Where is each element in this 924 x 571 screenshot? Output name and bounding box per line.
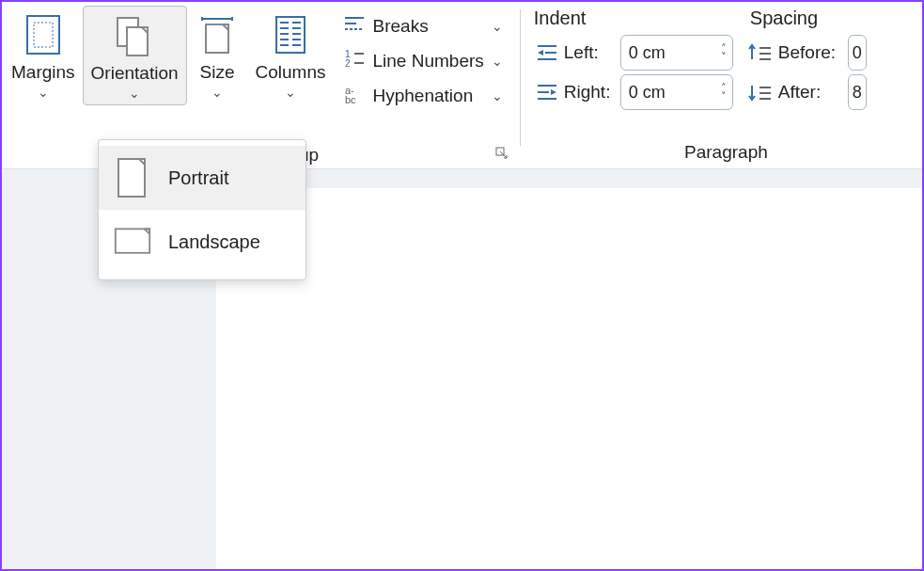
columns-label: Columns [256, 62, 326, 83]
columns-icon [273, 11, 308, 58]
orientation-icon [112, 12, 157, 59]
paragraph-group-label: Paragraph [534, 140, 918, 168]
breaks-button[interactable]: Breaks ⌄ [337, 9, 509, 42]
indent-left-icon [534, 42, 560, 63]
chevron-down-icon: ⌄ [492, 19, 503, 34]
line-numbers-label: Line Numbers [373, 51, 484, 71]
orientation-portrait-item[interactable]: Portrait [99, 146, 305, 210]
spacing-before-input[interactable] [849, 43, 867, 63]
indent-left-spinner[interactable]: ˄˅ [620, 35, 733, 71]
spacing-after-icon [746, 82, 775, 103]
svg-rect-1 [34, 23, 53, 47]
breaks-label: Breaks [373, 16, 429, 37]
spacing-before-spinner[interactable] [848, 35, 867, 71]
indent-left-label: Left: [564, 42, 617, 63]
hyphenation-button[interactable]: a-bc Hyphenation ⌄ [337, 79, 509, 112]
margins-button[interactable]: Margins ⌄ [4, 6, 83, 103]
indent-left-input[interactable] [621, 43, 697, 63]
landscape-icon [114, 219, 151, 264]
svg-rect-3 [127, 27, 148, 56]
landscape-label: Landscape [168, 231, 260, 253]
svg-rect-0 [27, 16, 59, 54]
orientation-label: Orientation [91, 63, 179, 84]
indent-right-input[interactable] [621, 83, 697, 103]
hyphenation-label: Hyphenation [373, 86, 474, 106]
line-numbers-button[interactable]: 12 Line Numbers ⌄ [337, 44, 509, 77]
group-separator [520, 9, 521, 146]
chevron-down-icon: ⌄ [38, 85, 49, 100]
spinner-arrows[interactable]: ˄˅ [721, 44, 732, 61]
document-page[interactable] [216, 188, 922, 571]
page-setup-launcher[interactable] [495, 147, 509, 163]
orientation-button[interactable]: Orientation ⌄ [83, 6, 187, 105]
columns-button[interactable]: Columns ⌄ [248, 6, 334, 103]
chevron-down-icon: ⌄ [129, 86, 140, 101]
svg-text:bc: bc [345, 94, 356, 103]
spacing-after-input[interactable] [849, 83, 867, 103]
spacing-after-label: After: [778, 82, 844, 103]
breaks-icon [343, 13, 366, 39]
svg-rect-8 [206, 24, 228, 53]
margins-icon [24, 11, 62, 58]
spacing-header: Spacing [750, 8, 918, 29]
svg-rect-48 [116, 229, 149, 252]
spacing-after-spinner[interactable] [848, 74, 867, 110]
size-label: Size [200, 62, 235, 83]
indent-right-label: Right: [564, 82, 617, 103]
orientation-landscape-item[interactable]: Landscape [99, 210, 305, 274]
size-icon [196, 11, 238, 58]
spacing-before-label: Before: [778, 42, 844, 63]
paragraph-group: Indent Spacing Left: ˄˅ Before: [526, 2, 922, 168]
indent-right-icon [534, 82, 560, 103]
spinner-arrows[interactable]: ˄˅ [721, 84, 732, 101]
margins-label: Margins [11, 62, 75, 83]
svg-rect-46 [118, 159, 145, 197]
svg-text:2: 2 [345, 58, 351, 69]
orientation-dropdown: Portrait Landscape [98, 139, 306, 280]
spacing-before-icon [746, 42, 775, 63]
portrait-label: Portrait [168, 167, 228, 189]
chevron-down-icon: ⌄ [492, 54, 503, 69]
portrait-icon [114, 155, 151, 200]
ruler-strip [216, 169, 922, 188]
indent-header: Indent [534, 8, 750, 29]
chevron-down-icon: ⌄ [492, 88, 503, 103]
indent-right-spinner[interactable]: ˄˅ [620, 74, 733, 110]
size-button[interactable]: Size ⌄ [187, 6, 248, 103]
hyphenation-icon: a-bc [343, 83, 366, 108]
line-numbers-icon: 12 [343, 48, 366, 73]
chevron-down-icon: ⌄ [285, 85, 296, 100]
chevron-down-icon: ⌄ [211, 85, 223, 100]
